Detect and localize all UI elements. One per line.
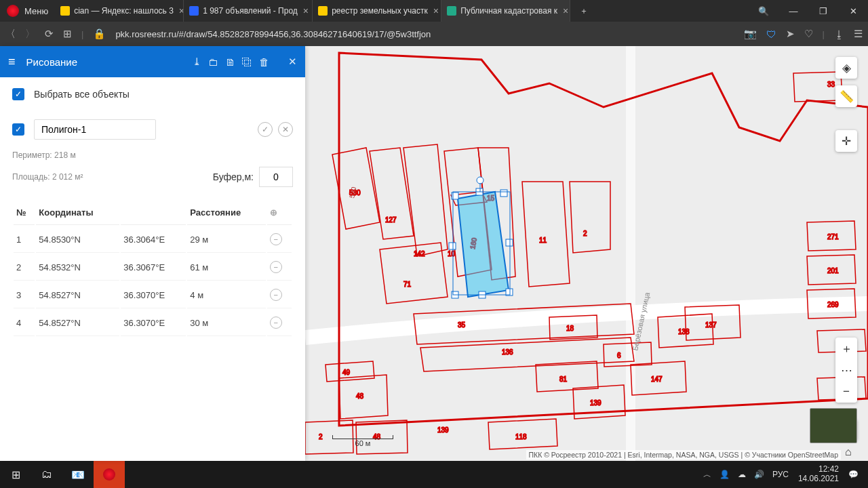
buffer-label: Буфер,м: — [213, 171, 254, 182]
zoom-out-button[interactable]: − — [835, 381, 857, 403]
svg-rect-36 — [506, 239, 513, 246]
select-all-checkbox[interactable]: ✓ — [12, 88, 24, 100]
search-icon[interactable]: 🔍 — [749, 0, 778, 22]
send-icon[interactable]: ➤ — [786, 28, 795, 40]
download-icon[interactable]: ⤓ — [193, 56, 201, 68]
svg-text:6: 6 — [617, 352, 621, 359]
speed-dial-icon[interactable]: ⊞ — [63, 28, 72, 40]
close-button[interactable]: ✕ — [838, 0, 868, 22]
opera-taskbar-icon[interactable] — [94, 461, 125, 488]
close-icon[interactable]: × — [303, 5, 309, 16]
clock[interactable]: 12:42 14.06.2021 — [793, 465, 844, 484]
tray-volume-icon[interactable]: 🔊 — [750, 470, 768, 479]
windows-taskbar: ⊞ 🗂 📧 ︿ 👤 ☁ 🔊 РУС 12:42 14.06.2021 💬 — [0, 461, 868, 488]
coordinates-table: № Координаты Расстояние ⊕ 154.8530°N36.3… — [12, 199, 293, 338]
tab-2[interactable]: 1 987 объявлений - Прод × — [184, 0, 313, 22]
explorer-icon[interactable]: 🗂 — [31, 461, 62, 488]
layers-button[interactable]: ◈ — [835, 57, 857, 79]
tab-label: реестр земельных участк — [332, 6, 428, 16]
start-button[interactable]: ⊞ — [0, 461, 31, 488]
hamburger-icon[interactable]: ≡ — [8, 55, 16, 69]
more-button[interactable]: ⋯ — [835, 359, 857, 381]
area-text: Площадь: 2 012 м² — [12, 172, 83, 182]
menu-icon[interactable]: ☰ — [854, 28, 863, 40]
browser-titlebar: Меню cian — Яндекс: нашлось 3 × 1 987 об… — [0, 0, 868, 22]
svg-text:33: 33 — [827, 81, 835, 88]
close-icon[interactable]: × — [433, 5, 439, 16]
minimap[interactable] — [810, 408, 857, 443]
svg-text:127: 127 — [385, 216, 397, 224]
opera-menu-button[interactable]: Меню — [0, 0, 55, 22]
delete-point-button[interactable]: − — [270, 233, 282, 245]
url-text[interactable]: pkk.rosreestr.ru/#/draw/54.8528287899445… — [115, 29, 734, 39]
delete-point-button[interactable]: − — [270, 289, 282, 301]
shield-icon[interactable]: 🛡 — [766, 28, 776, 40]
zoom-in-button[interactable]: ＋ — [835, 338, 857, 359]
tray-chevron-icon[interactable]: ︿ — [699, 469, 715, 481]
screenshot-icon[interactable]: 📷 — [744, 28, 757, 40]
object-checkbox[interactable]: ✓ — [12, 123, 24, 136]
tab-label: Публичная кадастровая к — [460, 6, 557, 16]
new-tab-button[interactable]: ＋ — [570, 0, 597, 22]
tab-4[interactable]: Публичная кадастровая к × — [441, 0, 570, 22]
reload-button[interactable]: ⟳ — [45, 28, 54, 40]
close-icon[interactable]: × — [563, 5, 568, 16]
close-icon[interactable]: ✕ — [288, 56, 297, 68]
back-button[interactable]: 〈 — [5, 28, 16, 41]
delete-point-button[interactable]: − — [270, 261, 282, 273]
delete-point-button[interactable]: − — [270, 317, 282, 329]
table-row: 154.8530°N36.3064°E29 м− — [14, 226, 292, 253]
favicon-yandex-icon — [318, 6, 328, 16]
svg-text:271: 271 — [827, 233, 839, 241]
save-icon[interactable]: 🗎 — [225, 56, 235, 68]
svg-rect-0 — [305, 46, 868, 461]
object-name-input[interactable] — [34, 119, 156, 140]
delete-icon[interactable]: 🗑 — [259, 56, 269, 68]
svg-text:136: 136 — [502, 348, 513, 356]
page-content: ≡ Рисование ⤓ 🗀 🗎 ⿻ 🗑 ✕ ✓ Выбрать все об… — [0, 46, 868, 461]
layers-icon: ◈ — [835, 57, 857, 79]
maximize-button[interactable]: ❐ — [808, 0, 838, 22]
svg-text:139: 139 — [590, 399, 601, 407]
heart-icon[interactable]: ♡ — [804, 28, 813, 40]
tray-cloud-icon[interactable]: ☁ — [734, 470, 750, 479]
home-map-button[interactable]: ⌂ — [845, 446, 857, 458]
language-indicator[interactable]: РУС — [768, 470, 793, 479]
scale-bar: 60 м — [332, 435, 393, 447]
tray-people-icon[interactable]: 👤 — [715, 470, 734, 479]
map-canvas[interactable]: 530 127 142 71 10 15 11 2 35 136 81 139 … — [305, 46, 868, 461]
add-point-button[interactable]: ⊕ — [267, 201, 292, 225]
object-row: ✓ ✓ ✕ — [12, 119, 293, 140]
measure-button[interactable]: 📏 — [835, 85, 857, 107]
copy-icon[interactable]: ⿻ — [242, 56, 252, 68]
minimize-button[interactable]: ― — [778, 0, 808, 22]
svg-text:18: 18 — [566, 325, 574, 332]
map-svg: 530 127 142 71 10 15 11 2 35 136 81 139 … — [305, 46, 868, 461]
outlook-icon[interactable]: 📧 — [62, 461, 94, 488]
menu-label: Меню — [24, 6, 48, 16]
table-row: 254.8532°N36.3067°E61 м− — [14, 254, 292, 281]
download-icon[interactable]: ⭳ — [834, 28, 844, 40]
svg-text:48: 48 — [356, 392, 364, 400]
select-all-label: Выбрать все объекты — [34, 89, 130, 100]
svg-text:49: 49 — [342, 369, 351, 376]
svg-text:35: 35 — [458, 321, 466, 329]
table-row: 454.8527°N36.3070°E30 м− — [14, 310, 292, 336]
favicon-avito-icon — [189, 6, 199, 16]
buffer-input[interactable] — [259, 167, 293, 187]
tab-3[interactable]: реестр земельных участк × — [313, 0, 441, 22]
folder-icon[interactable]: 🗀 — [208, 56, 218, 68]
close-icon[interactable]: × — [179, 5, 184, 16]
svg-text:71: 71 — [403, 281, 412, 288]
svg-text:10: 10 — [448, 250, 456, 258]
confirm-icon[interactable]: ✓ — [258, 122, 273, 137]
svg-rect-35 — [449, 243, 456, 249]
forward-button[interactable]: 〉 — [25, 28, 35, 41]
remove-icon[interactable]: ✕ — [278, 122, 293, 137]
panel-body: ✓ Выбрать все объекты ✓ ✓ ✕ Периметр: 21… — [0, 77, 305, 348]
locate-button[interactable]: ✛ — [835, 130, 857, 152]
tab-1[interactable]: cian — Яндекс: нашлось 3 × — [55, 0, 184, 22]
locate-icon: ✛ — [835, 130, 857, 152]
notifications-icon[interactable]: 💬 — [844, 470, 863, 479]
address-bar: 〈 〉 ⟳ ⊞ | 🔒 pkk.rosreestr.ru/#/draw/54.8… — [0, 22, 868, 46]
